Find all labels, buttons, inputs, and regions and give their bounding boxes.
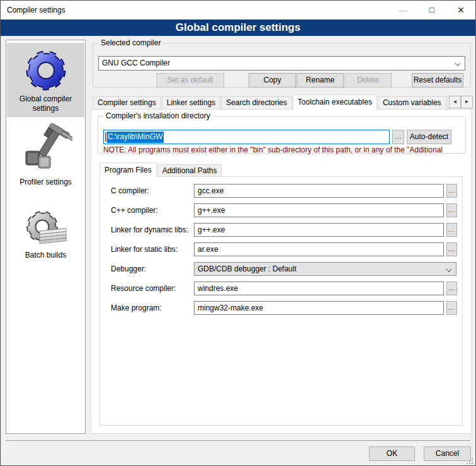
- sidebar-item-label: Global compiler settings: [7, 94, 84, 116]
- dynamic-linker-input[interactable]: [194, 223, 444, 237]
- browse-button[interactable]: ...: [446, 281, 457, 295]
- static-linker-input[interactable]: [194, 242, 444, 256]
- debugger-select-value: GDB/CDB debugger : Default: [198, 264, 297, 273]
- make-program-input[interactable]: [194, 301, 444, 315]
- tab-custom-variables[interactable]: Custom variables: [378, 96, 446, 109]
- resource-compiler-input[interactable]: [194, 281, 444, 295]
- browse-directory-button[interactable]: ...: [392, 130, 404, 144]
- close-icon: ×: [457, 3, 464, 17]
- tab-scroll-right-button[interactable]: ►: [461, 96, 473, 108]
- program-files-tabstrip: Program Files Additional Paths: [99, 162, 414, 177]
- sidebar-item-label: Batch builds: [7, 251, 84, 263]
- sidebar-item-label: Profiler settings: [7, 178, 84, 190]
- reset-defaults-button[interactable]: Reset defaults: [412, 73, 463, 88]
- field-label: Make program:: [111, 301, 162, 315]
- set-as-default-button[interactable]: Set as default: [156, 73, 224, 88]
- chevron-down-icon: [455, 60, 460, 66]
- field-row-make-program: Make program: ...: [100, 301, 462, 315]
- window-controls: — □ ×: [388, 1, 475, 20]
- browse-button[interactable]: ...: [446, 242, 457, 256]
- compiler-select[interactable]: GNU GCC Compiler: [98, 56, 465, 71]
- selected-path-text: C:\raylib\MinGW: [107, 132, 164, 143]
- field-row-cpp-compiler: C++ compiler: ...: [100, 203, 462, 217]
- tab-additional-paths[interactable]: Additional Paths: [157, 164, 222, 176]
- program-files-page: C compiler: ... C++ compiler: ... Linker…: [99, 176, 463, 426]
- browse-button[interactable]: ...: [446, 203, 457, 217]
- field-row-c-compiler: C compiler: ...: [100, 184, 462, 198]
- page-title: Global compiler settings: [1, 20, 475, 36]
- field-label: Debugger:: [111, 262, 146, 276]
- compiler-settings-window: Compiler settings — □ × Global compiler …: [0, 0, 476, 466]
- ok-button[interactable]: OK: [369, 446, 415, 461]
- browse-button[interactable]: ...: [446, 223, 457, 237]
- dialog-body: Global compiler settings Profiler settin…: [1, 36, 475, 466]
- delete-button[interactable]: Delete: [344, 73, 392, 88]
- compiler-buttons-row: Set as default Copy Rename Delete Reset …: [93, 73, 463, 88]
- field-row-debugger: Debugger: GDB/CDB debugger : Default: [100, 262, 462, 276]
- group-legend: Compiler's installation directory: [103, 111, 213, 121]
- rename-button[interactable]: Rename: [297, 73, 344, 88]
- cancel-button[interactable]: Cancel: [424, 446, 471, 461]
- installation-directory-input[interactable]: C:\raylib\MinGW: [103, 130, 390, 144]
- tab-linker-settings[interactable]: Linker settings: [162, 96, 220, 109]
- tab-program-files[interactable]: Program Files: [99, 162, 157, 177]
- toolchain-executables-page: Compiler's installation directory C:\ray…: [91, 109, 472, 434]
- maximize-icon: □: [429, 6, 434, 15]
- field-label: C compiler:: [111, 184, 149, 198]
- browse-button[interactable]: ...: [446, 184, 457, 198]
- resize-grip-dots: [472, 463, 473, 464]
- maximize-button[interactable]: □: [417, 1, 446, 20]
- main-tabstrip: Compiler settings Linker settings Search…: [93, 94, 449, 110]
- debugger-select[interactable]: GDB/CDB debugger : Default: [194, 262, 456, 276]
- field-label: Linker for dynamic libs:: [111, 223, 188, 237]
- field-label: Resource compiler:: [111, 281, 176, 295]
- close-button[interactable]: ×: [446, 1, 475, 20]
- sidebar-item-batch-builds[interactable]: Batch builds: [7, 204, 84, 264]
- tab-search-directories[interactable]: Search directories: [221, 96, 292, 109]
- cpp-compiler-input[interactable]: [194, 203, 444, 217]
- minimize-button[interactable]: —: [388, 1, 417, 20]
- tab-scroll-left-button[interactable]: ◄: [449, 96, 461, 108]
- settings-sidebar: Global compiler settings Profiler settin…: [6, 40, 86, 434]
- chevron-down-icon: [446, 266, 451, 272]
- minimize-icon: —: [399, 6, 407, 15]
- sidebar-item-profiler-settings[interactable]: Profiler settings: [7, 120, 84, 188]
- copy-button[interactable]: Copy: [249, 73, 296, 88]
- caliper-icon: [20, 123, 72, 176]
- titlebar: Compiler settings — □ ×: [1, 1, 475, 20]
- field-row-dynamic-linker: Linker for dynamic libs: ...: [100, 223, 462, 237]
- sidebar-item-global-compiler-settings[interactable]: Global compiler settings: [7, 43, 84, 117]
- compiler-select-value: GNU GCC Compiler: [102, 59, 170, 67]
- gray-gear-stack-icon: [22, 208, 70, 249]
- blue-gear-icon: [23, 47, 69, 93]
- auto-detect-button[interactable]: Auto-detect: [407, 130, 451, 144]
- arrow-left-icon: ◄: [453, 99, 458, 105]
- field-label: Linker for static libs:: [111, 242, 178, 256]
- tab-toolchain-executables[interactable]: Toolchain executables: [293, 94, 377, 110]
- arrow-right-icon: ►: [465, 99, 470, 105]
- note-text: NOTE: All programs must exist either in …: [103, 145, 461, 154]
- field-label: C++ compiler:: [111, 203, 158, 217]
- footer-divider: [6, 440, 470, 441]
- c-compiler-input[interactable]: [194, 184, 444, 198]
- browse-button[interactable]: ...: [446, 301, 457, 315]
- group-legend: Selected compiler: [98, 38, 163, 48]
- text-caret: [105, 132, 106, 142]
- window-title: Compiler settings: [7, 1, 65, 20]
- field-row-resource-compiler: Resource compiler: ...: [100, 281, 462, 295]
- tab-compiler-settings[interactable]: Compiler settings: [93, 96, 161, 109]
- field-row-static-linker: Linker for static libs: ...: [100, 242, 462, 256]
